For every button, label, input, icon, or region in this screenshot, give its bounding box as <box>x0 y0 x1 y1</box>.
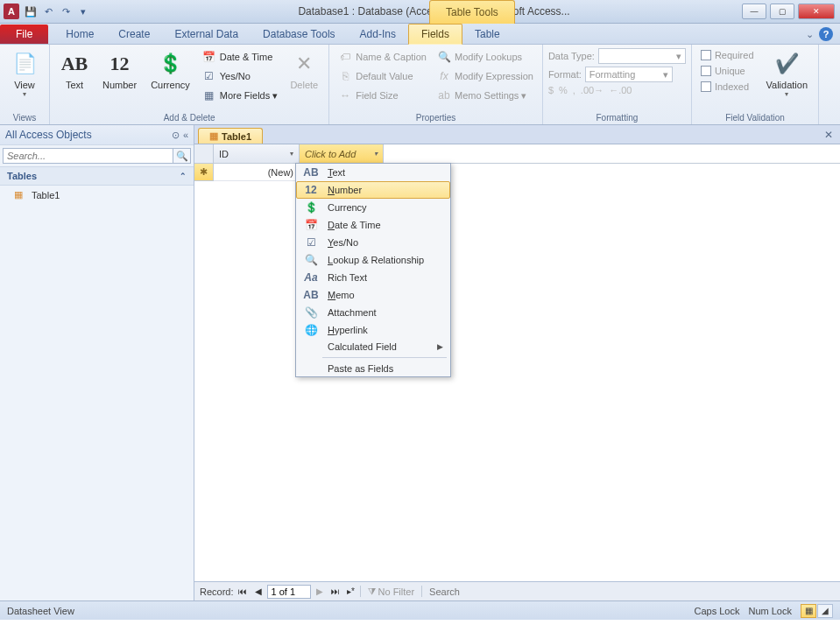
table-icon: ▦ <box>209 130 218 142</box>
group-label: Views <box>5 111 44 123</box>
group-add-delete: AB Text 12 Number 💲 Currency 📅Date & Tim… <box>50 45 329 124</box>
dd-paste-as-fields[interactable]: Paste as Fields <box>296 361 450 376</box>
datasheet-view-icon: 📄 <box>11 50 39 78</box>
data-type-combo[interactable]: ▾ <box>598 48 686 64</box>
help-icon[interactable]: ? <box>819 27 833 41</box>
checkbox-icon <box>701 81 711 92</box>
column-header-id[interactable]: ID▾ <box>214 144 300 163</box>
memo-icon: AB <box>303 289 319 301</box>
data-type-label: Data Type: <box>548 51 595 61</box>
lookup-icon: 🔍 <box>437 50 451 64</box>
tab-database-tools[interactable]: Database Tools <box>251 25 348 44</box>
nav-item-table1[interactable]: ▦ Table1 <box>0 186 194 205</box>
nav-search: 🔍 <box>0 145 194 167</box>
dd-lookup[interactable]: 🔍Lookup & Relationship <box>296 251 450 269</box>
click-to-add-dropdown: ABText 12Number 💲Currency 📅Date & Time ☑… <box>295 163 451 377</box>
dd-currency[interactable]: 💲Currency <box>296 199 450 216</box>
tab-create[interactable]: Create <box>106 25 162 44</box>
tab-fields[interactable]: Fields <box>408 24 462 45</box>
percent-format-icon: % <box>559 85 568 95</box>
validation-button[interactable]: ✔️ Validation ▾ <box>761 48 814 100</box>
save-icon[interactable]: 💾 <box>23 4 39 19</box>
group-properties: 🏷Name & Caption ⎘Default Value ↔Field Si… <box>329 45 543 124</box>
minimize-ribbon-icon[interactable]: ⌄ <box>806 29 814 40</box>
app-icon: A <box>4 4 19 19</box>
last-record-icon[interactable]: ⏭ <box>328 585 342 599</box>
delete-icon: ✕ <box>290 50 318 78</box>
fx-icon: fx <box>437 69 451 83</box>
no-filter-indicator[interactable]: ⧩No Filter <box>360 586 423 597</box>
close-document-icon[interactable]: ✕ <box>824 129 833 141</box>
title-bar: A 💾 ↶ ↷ ▾ Database1 : Database (Access 2… <box>0 0 840 24</box>
new-record-icon[interactable]: ▸* <box>344 585 358 599</box>
calendar-icon: 📅 <box>303 219 319 231</box>
search-input[interactable] <box>3 148 173 164</box>
tab-external-data[interactable]: External Data <box>162 25 251 44</box>
rich-text-icon: Aa <box>303 271 319 284</box>
dd-date-time[interactable]: 📅Date & Time <box>296 216 450 234</box>
dd-calculated[interactable]: Calculated Field▶ <box>296 339 450 355</box>
number-field-button[interactable]: 12 Number <box>97 48 142 92</box>
currency-field-button[interactable]: 💲 Currency <box>145 48 195 92</box>
dd-attachment[interactable]: 📎Attachment <box>296 304 450 321</box>
search-icon[interactable]: 🔍 <box>173 148 191 164</box>
document-tabs: ▦ Table1 ✕ <box>194 125 840 144</box>
select-all-cell[interactable] <box>194 144 214 163</box>
number-icon: 12 <box>106 50 134 78</box>
tab-home[interactable]: Home <box>53 25 106 44</box>
memo-icon: ab <box>437 88 451 102</box>
dd-yes-no[interactable]: ☑Yes/No <box>296 234 450 251</box>
redo-icon[interactable]: ↷ <box>58 4 74 19</box>
maximize-button[interactable]: ▢ <box>770 4 794 19</box>
first-record-icon[interactable]: ⏮ <box>236 585 250 599</box>
design-view-button[interactable]: ◢ <box>817 604 833 618</box>
prev-record-icon[interactable]: ◀ <box>251 585 265 599</box>
chevron-down-icon[interactable]: ▾ <box>374 150 378 158</box>
attachment-icon: 📎 <box>303 306 319 319</box>
more-fields-button[interactable]: ▦More Fields ▾ <box>199 87 282 104</box>
ribbon-tab-strip: File Home Create External Data Database … <box>0 24 840 45</box>
navigation-pane: All Access Objects ⊙ « 🔍 Tables ⌃ ▦ Tabl… <box>0 125 194 600</box>
minimize-button[interactable]: — <box>742 4 766 19</box>
text-field-button[interactable]: AB Text <box>55 48 94 92</box>
nav-group-tables[interactable]: Tables ⌃ <box>0 167 194 186</box>
ribbon: 📄 View ▾ Views AB Text 12 Number 💲 Curre… <box>0 45 840 125</box>
cell-id-new[interactable]: (New) <box>214 164 300 181</box>
field-size-button: ↔Field Size <box>335 87 430 104</box>
chevron-down-icon[interactable]: ▾ <box>290 150 293 158</box>
collapse-group-icon[interactable]: ⌃ <box>180 172 187 180</box>
modify-expression-button: fxModify Expression <box>434 67 537 85</box>
document-tab-table1[interactable]: ▦ Table1 <box>198 128 263 144</box>
dd-text[interactable]: ABText <box>296 164 450 181</box>
file-tab[interactable]: File <box>0 25 48 44</box>
group-label: Add & Delete <box>55 111 323 123</box>
record-label: Record: <box>200 586 234 597</box>
new-record-indicator[interactable]: ✱ <box>194 164 214 181</box>
nav-collapse-icon[interactable]: « <box>183 130 188 141</box>
view-button[interactable]: 📄 View ▾ <box>5 48 44 100</box>
record-search-input[interactable] <box>424 585 835 599</box>
close-button[interactable]: ✕ <box>798 4 835 19</box>
dd-hyperlink[interactable]: 🌐Hyperlink <box>296 321 450 339</box>
record-position-input[interactable] <box>267 585 311 599</box>
status-bar: Datasheet View Caps Lock Num Lock ▦ ◢ <box>0 600 840 620</box>
format-combo[interactable]: Formatting▾ <box>585 67 673 82</box>
qat-customize-icon[interactable]: ▾ <box>75 4 91 19</box>
undo-icon[interactable]: ↶ <box>40 4 56 19</box>
text-icon: AB <box>60 50 88 78</box>
tab-table[interactable]: Table <box>462 25 512 44</box>
decrease-decimals-icon: ←.00 <box>609 85 632 95</box>
separator <box>322 357 447 358</box>
checkbox-icon <box>701 50 711 60</box>
date-time-button[interactable]: 📅Date & Time <box>199 48 282 66</box>
dd-memo[interactable]: ABMemo <box>296 286 450 304</box>
yes-no-button[interactable]: ☑Yes/No <box>199 67 282 85</box>
dd-number[interactable]: 12Number <box>296 181 450 199</box>
tab-addins[interactable]: Add-Ins <box>348 25 408 44</box>
nav-dropdown-icon[interactable]: ⊙ <box>172 130 180 141</box>
table-icon: ▦ <box>14 189 26 201</box>
dd-rich-text[interactable]: AaRich Text <box>296 269 450 286</box>
column-header-click-to-add[interactable]: Click to Add▾ <box>300 144 384 163</box>
datasheet-view-button[interactable]: ▦ <box>801 604 816 618</box>
nav-header[interactable]: All Access Objects ⊙ « <box>0 125 194 145</box>
